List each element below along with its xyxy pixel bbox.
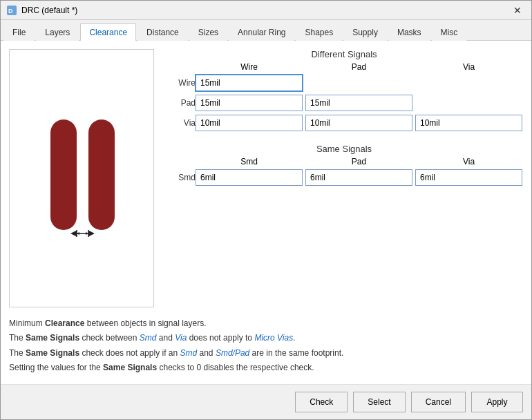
info-line3-italic1: Smd (180, 348, 198, 358)
ds-via-col-header: Via (415, 62, 522, 72)
close-button[interactable]: ✕ (509, 3, 526, 17)
title-bar: D DRC (default *) ✕ (1, 1, 531, 20)
ds-header-row: Wire Pad Via (165, 62, 523, 72)
ss-via-col-header: Via (415, 157, 522, 166)
clearance-preview-svg (12, 99, 151, 258)
ds-pad-label: Pad (165, 98, 196, 108)
info-line2-italic2: Via (175, 333, 187, 343)
svg-rect-2 (50, 120, 77, 230)
title-bar-left: D DRC (default *) (6, 5, 77, 16)
info-line-2: The Same Signals check between Smd and V… (9, 332, 523, 345)
ds-via-label: Via (165, 118, 196, 128)
ss-smd-row: Smd (165, 169, 523, 186)
app-icon: D (6, 5, 17, 16)
info-line3-post: are in the same footprint. (249, 348, 343, 358)
info-line3-mid: check does not apply if an (79, 348, 180, 358)
tab-content: Different Signals Wire Pad Via Wire (1, 41, 531, 384)
check-button[interactable]: Check (295, 392, 348, 412)
window-title: DRC (default *) (21, 6, 77, 15)
ds-wire-label: Wire (165, 78, 196, 88)
same-signals-title: Same Signals (165, 144, 523, 154)
info-line2-and: and (156, 333, 175, 343)
info-line-3: The Same Signals check does not apply if… (9, 347, 523, 360)
ds-wire-col-header: Wire (196, 62, 303, 72)
ss-smd-label: Smd (165, 173, 196, 182)
info-line3-bold: Same Signals (26, 348, 79, 358)
ss-pad-col-header: Pad (305, 157, 412, 166)
tab-shapes[interactable]: Shapes (296, 23, 342, 41)
main-window: D DRC (default *) ✕ File Layers Clearanc… (0, 0, 532, 420)
select-button[interactable]: Select (353, 392, 405, 412)
tab-bar: File Layers Clearance Distance Sizes Ann… (1, 20, 531, 41)
ss-header-row: Smd Pad Via (165, 157, 523, 166)
svg-rect-3 (88, 120, 115, 230)
ds-via-pad-input[interactable] (305, 115, 412, 131)
info-line-4: Setting the values for the Same Signals … (9, 361, 523, 374)
tab-distance[interactable]: Distance (137, 23, 188, 41)
info-line-1: Minimum Clearance between objects in sig… (9, 317, 523, 330)
footer: Check Select Cancel Apply (1, 384, 531, 419)
info-line1-pre: Minimum (9, 318, 45, 328)
info-line3-and: and (197, 348, 216, 358)
tab-layers[interactable]: Layers (36, 23, 79, 41)
ss-smd-pad-input[interactable] (305, 169, 412, 186)
ds-pad-col-header: Pad (305, 62, 412, 72)
ds-via-wire-input[interactable] (196, 115, 303, 131)
form-area: Different Signals Wire Pad Via Wire (165, 49, 523, 307)
info-line2-end: . (293, 333, 295, 343)
ss-smd-smd-input[interactable] (196, 169, 303, 186)
ds-pad-row: Pad (165, 95, 523, 111)
info-line3-pre: The (9, 348, 26, 358)
ss-smd-via-input[interactable] (415, 169, 522, 186)
tab-misc[interactable]: Misc (432, 23, 467, 41)
different-signals-section: Different Signals Wire Pad Via Wire (165, 49, 523, 131)
svg-text:D: D (8, 8, 13, 15)
tab-sizes[interactable]: Sizes (189, 23, 227, 41)
info-line2-italic3: Micro Vias (254, 333, 293, 343)
info-line3-italic2: Smd/Pad (216, 348, 249, 358)
info-line1-bold: Clearance (45, 318, 84, 328)
preview-box (9, 49, 154, 307)
tab-clearance[interactable]: Clearance (80, 23, 136, 41)
info-line4-pre: Setting the values for the (9, 363, 103, 372)
info-line2-post: does not apply to (187, 333, 254, 343)
info-line4-bold: Same Signals (103, 363, 157, 372)
ss-smd-col-header: Smd (196, 157, 303, 166)
ds-pad-pad-input[interactable] (305, 95, 412, 111)
ds-wire-row: Wire (165, 75, 523, 91)
ds-via-via-input[interactable] (415, 115, 522, 131)
info-line2-mid: check between (79, 333, 140, 343)
tab-masks[interactable]: Masks (388, 23, 430, 41)
tab-file[interactable]: File (3, 23, 35, 41)
info-line2-bold: Same Signals (26, 333, 79, 343)
tab-supply[interactable]: Supply (343, 23, 387, 41)
ds-pad-wire-input[interactable] (196, 95, 303, 111)
info-line2-pre: The (9, 333, 26, 343)
apply-button[interactable]: Apply (471, 392, 523, 412)
same-signals-section: Same Signals Smd Pad Via Smd (165, 144, 523, 186)
different-signals-title: Different Signals (165, 49, 523, 59)
main-area: Different Signals Wire Pad Via Wire (9, 49, 523, 307)
info-line1-post: between objects in signal layers. (84, 318, 206, 328)
info-line4-post: checks to 0 disables the respective chec… (157, 363, 314, 372)
ds-wire-wire-input[interactable] (196, 75, 303, 91)
cancel-button[interactable]: Cancel (411, 392, 466, 412)
info-section: Minimum Clearance between objects in sig… (9, 317, 523, 376)
ds-via-row: Via (165, 115, 523, 131)
info-line2-italic1: Smd (140, 333, 157, 343)
tab-annular-ring[interactable]: Annular Ring (229, 23, 294, 41)
